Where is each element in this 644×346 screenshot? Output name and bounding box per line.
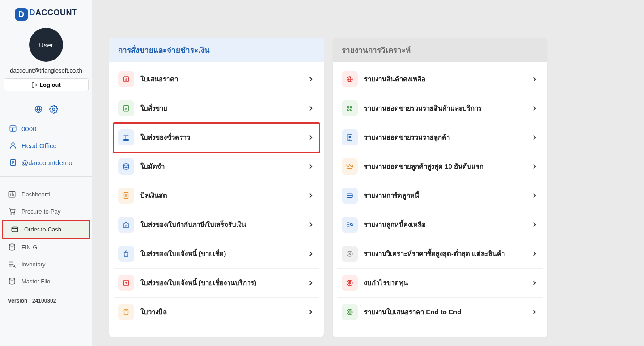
profile-section: User daccount@trianglesoft.co.th Log out (0, 25, 92, 98)
card-cash-bill[interactable]: บิลเงินสด (114, 181, 319, 210)
svg-point-26 (351, 223, 353, 226)
chevron-right-icon (530, 279, 538, 287)
logo-text: DACCOUNT (30, 8, 77, 21)
chevron-right-icon (530, 308, 538, 316)
panel-reports-header: รายงานการวิเคราะห์ (333, 38, 547, 62)
bag-icon (118, 246, 134, 262)
avatar[interactable]: User (29, 28, 63, 62)
search-icon (342, 217, 358, 233)
cart-icon (8, 207, 16, 215)
card-price-analysis[interactable]: รายงานวิเคราะห์ราคาซื้อสูงสุด-ต่ำสุด แต่… (337, 239, 543, 269)
meta-code-label: 0000 (21, 125, 36, 132)
chevron-right-icon (530, 192, 538, 200)
card-label: รายงานวิเคราะห์ราคาซื้อสูงสุด-ต่ำสุด แต่… (364, 248, 530, 259)
card-profit-loss[interactable]: งบกำไรขาดทุน (337, 269, 543, 298)
nav-procure-to-pay[interactable]: Procure-to-Pay (0, 203, 92, 220)
chevron-right-icon (530, 75, 538, 83)
card-debtor-balance[interactable]: รายงานลูกหนี้คงเหลือ (337, 210, 543, 239)
nav-dashboard[interactable]: Dashboard (0, 186, 92, 203)
card-billing-note[interactable]: ใบวางบิล (114, 298, 319, 326)
svg-point-21 (350, 106, 352, 108)
card-icon (342, 188, 358, 204)
svg-point-20 (347, 106, 349, 108)
svg-point-22 (347, 109, 349, 111)
nav-list: Dashboard Procure-to-Pay Order-to-Cash F… (0, 177, 92, 290)
org-meta: 0000 Head Office @daccountdemo (0, 120, 92, 176)
svg-point-30 (348, 311, 351, 313)
svg-point-7 (13, 214, 14, 214)
card-sales-order[interactable]: ใบสั่งขาย (114, 94, 319, 123)
svg-rect-8 (12, 227, 18, 232)
logout-button[interactable]: Log out (4, 78, 89, 91)
svg-point-1 (53, 108, 55, 111)
target-icon (342, 304, 358, 320)
search-list-icon (8, 260, 16, 268)
analysis-icon (342, 246, 358, 262)
panel-orders-header: การสั่งขายและจ่ายชำระเงิน (109, 38, 324, 62)
card-deposit[interactable]: ใบมัดจำ (114, 152, 319, 181)
card-label: ใบส่งของ/ใบกำกับภาษี/ใบเสร็จรับเงิน (140, 219, 307, 230)
svg-point-9 (9, 244, 15, 246)
logo: D DACCOUNT (0, 0, 92, 25)
logout-label: Log out (39, 81, 61, 88)
user-email: daccount@trianglesoft.co.th (10, 67, 82, 74)
nav-master-label: Master File (21, 278, 50, 285)
coins-icon (8, 243, 16, 251)
card-debtor-card[interactable]: รายงานการ์ดลูกหนี้ (337, 181, 543, 210)
nav-inventory-label: Inventory (21, 261, 45, 268)
sales-order-icon (118, 100, 134, 116)
document-icon (9, 158, 17, 167)
card-label: ใบสั่งขาย (140, 103, 307, 114)
card-label: รายงานลูกหนี้คงเหลือ (364, 219, 530, 230)
card-delivery-tax-receipt[interactable]: ใบส่งของ/ใบกำกับภาษี/ใบเสร็จรับเงิน (114, 210, 319, 239)
card-delivery-invoice-credit[interactable]: ใบส่งของ/ใบแจ้งหนี้ (ขายเชื่อ) (114, 239, 319, 269)
panel-reports: รายงานการวิเคราะห์ รายงานสินค้าคงเหลือ ร… (333, 38, 547, 337)
grid-icon (342, 100, 358, 116)
nav-fingl-label: FIN-GL (21, 244, 41, 251)
card-label: รายงานใบเสนอราคา End to End (364, 307, 530, 317)
svg-point-15 (124, 164, 129, 166)
card-sales-by-customer[interactable]: รายงานยอดขายรวมรายลูกค้า (337, 123, 543, 152)
globe-icon[interactable] (34, 105, 43, 114)
temp-delivery-icon (118, 129, 134, 145)
nav-master-file[interactable]: Master File (0, 273, 92, 290)
card-label: ใบมัดจำ (140, 161, 307, 172)
card-sales-by-product[interactable]: รายงานยอดขายรวมรายสินค้าและบริการ (337, 94, 543, 123)
nav-o2c-label: Order-to-Cash (24, 226, 61, 233)
meta-office: Head Office (9, 137, 83, 154)
wallet-icon (11, 225, 19, 233)
logo-icon: D (15, 8, 28, 21)
main-content: การสั่งขายและจ่ายชำระเงิน ใบเสนอราคา ใบส… (92, 0, 644, 346)
chevron-right-icon (307, 250, 315, 258)
sidebar: D DACCOUNT User daccount@trianglesoft.co… (0, 0, 92, 346)
svg-point-10 (13, 265, 15, 267)
window-icon (9, 124, 17, 132)
nav-order-to-cash[interactable]: Order-to-Cash (2, 220, 90, 239)
cash-bill-icon (118, 188, 134, 204)
card-label: รายงานยอดขายลูกค้าสูงสุด 10 อันดับแรก (364, 161, 530, 172)
chevron-right-icon (307, 221, 315, 229)
panel-orders-list: ใบเสนอราคา ใบสั่งขาย ใบส่งของชั่วคราว ใบ… (109, 62, 324, 331)
card-temp-delivery[interactable]: ใบส่งของชั่วคราว (114, 123, 319, 152)
crown-icon (342, 158, 358, 175)
card-delivery-invoice-service[interactable]: ใบส่งของ/ใบแจ้งหนี้ (ขายเชื่องานบริการ) (114, 269, 319, 298)
service-icon (118, 275, 134, 291)
meta-office-label: Head Office (21, 142, 57, 150)
gear-icon[interactable] (49, 105, 58, 114)
chevron-right-icon (307, 279, 315, 287)
nav-p2p-label: Procure-to-Pay (21, 208, 60, 215)
card-top10-customers[interactable]: รายงานยอดขายลูกค้าสูงสุด 10 อันดับแรก (337, 152, 543, 181)
card-inventory-report[interactable]: รายงานสินค้าคงเหลือ (337, 65, 543, 94)
svg-point-3 (12, 143, 14, 145)
svg-point-29 (347, 309, 352, 315)
nav-inventory[interactable]: Inventory (0, 256, 92, 273)
chevron-right-icon (307, 75, 315, 83)
meta-handle: @daccountdemo (9, 154, 83, 171)
version-text: Version : 24100302 (0, 290, 92, 312)
chevron-right-icon (307, 133, 315, 141)
card-quotation[interactable]: ใบเสนอราคา (114, 65, 319, 94)
card-quotation-end-to-end[interactable]: รายงานใบเสนอราคา End to End (337, 298, 543, 326)
card-label: รายงานการ์ดลูกหนี้ (364, 190, 530, 201)
building-icon (118, 217, 134, 233)
nav-fin-gl[interactable]: FIN-GL (0, 239, 92, 256)
